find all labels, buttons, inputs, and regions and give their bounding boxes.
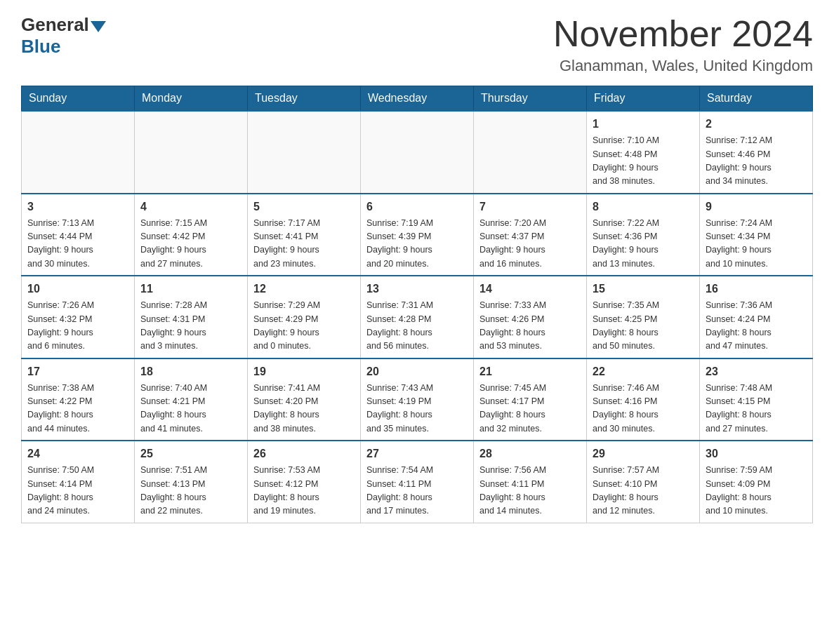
day-info: Sunrise: 7:22 AMSunset: 4:36 PMDaylight:…	[593, 217, 694, 271]
day-info: Sunrise: 7:26 AMSunset: 4:32 PMDaylight:…	[27, 299, 128, 354]
logo-text: General	[21, 14, 106, 36]
day-info: Sunrise: 7:57 AMSunset: 4:10 PMDaylight:…	[593, 464, 694, 518]
day-info: Sunrise: 7:28 AMSunset: 4:31 PMDaylight:…	[140, 299, 241, 354]
calendar-cell: 30Sunrise: 7:59 AMSunset: 4:09 PMDayligh…	[700, 441, 813, 523]
day-info: Sunrise: 7:24 AMSunset: 4:34 PMDaylight:…	[706, 217, 807, 271]
calendar-cell: 15Sunrise: 7:35 AMSunset: 4:25 PMDayligh…	[587, 276, 700, 358]
calendar-cell: 28Sunrise: 7:56 AMSunset: 4:11 PMDayligh…	[474, 441, 587, 523]
calendar-table: SundayMondayTuesdayWednesdayThursdayFrid…	[21, 86, 813, 523]
calendar-header-friday: Friday	[587, 86, 700, 112]
calendar-cell: 14Sunrise: 7:33 AMSunset: 4:26 PMDayligh…	[474, 276, 587, 358]
calendar-header-saturday: Saturday	[700, 86, 813, 112]
calendar-cell: 27Sunrise: 7:54 AMSunset: 4:11 PMDayligh…	[361, 441, 474, 523]
calendar-week-2: 3Sunrise: 7:13 AMSunset: 4:44 PMDaylight…	[22, 194, 813, 276]
calendar-cell	[248, 111, 361, 194]
calendar-cell: 21Sunrise: 7:45 AMSunset: 4:17 PMDayligh…	[474, 358, 587, 441]
calendar-cell: 24Sunrise: 7:50 AMSunset: 4:14 PMDayligh…	[22, 441, 135, 523]
calendar-cell: 12Sunrise: 7:29 AMSunset: 4:29 PMDayligh…	[248, 276, 361, 358]
calendar-cell: 8Sunrise: 7:22 AMSunset: 4:36 PMDaylight…	[587, 194, 700, 276]
calendar-week-3: 10Sunrise: 7:26 AMSunset: 4:32 PMDayligh…	[22, 276, 813, 358]
day-number: 22	[593, 363, 694, 380]
day-info: Sunrise: 7:33 AMSunset: 4:26 PMDaylight:…	[479, 299, 581, 354]
title-section: November 2024 Glanamman, Wales, United K…	[553, 14, 813, 75]
calendar-cell: 25Sunrise: 7:51 AMSunset: 4:13 PMDayligh…	[135, 441, 248, 523]
day-number: 9	[706, 199, 807, 215]
day-info: Sunrise: 7:41 AMSunset: 4:20 PMDaylight:…	[253, 382, 355, 436]
day-info: Sunrise: 7:12 AMSunset: 4:46 PMDaylight:…	[706, 134, 807, 189]
calendar-cell: 16Sunrise: 7:36 AMSunset: 4:24 PMDayligh…	[700, 276, 813, 358]
day-number: 16	[706, 281, 807, 297]
calendar-cell: 7Sunrise: 7:20 AMSunset: 4:37 PMDaylight…	[474, 194, 587, 276]
day-number: 28	[479, 445, 581, 462]
day-number: 10	[27, 281, 128, 297]
day-number: 3	[27, 199, 128, 215]
logo-arrow-icon	[91, 20, 106, 34]
day-number: 14	[479, 281, 581, 297]
day-number: 30	[706, 445, 807, 462]
day-info: Sunrise: 7:46 AMSunset: 4:16 PMDaylight:…	[593, 382, 694, 436]
logo-general-text: General	[21, 14, 89, 36]
day-info: Sunrise: 7:53 AMSunset: 4:12 PMDaylight:…	[253, 464, 355, 518]
calendar-cell: 1Sunrise: 7:10 AMSunset: 4:48 PMDaylight…	[587, 111, 700, 194]
month-title: November 2024	[553, 14, 813, 54]
calendar-header-monday: Monday	[135, 86, 248, 112]
calendar-header-sunday: Sunday	[22, 86, 135, 112]
day-info: Sunrise: 7:10 AMSunset: 4:48 PMDaylight:…	[593, 134, 694, 189]
day-info: Sunrise: 7:29 AMSunset: 4:29 PMDaylight:…	[253, 299, 355, 354]
day-info: Sunrise: 7:15 AMSunset: 4:42 PMDaylight:…	[140, 217, 241, 271]
logo: General Blue	[21, 14, 106, 58]
day-info: Sunrise: 7:19 AMSunset: 4:39 PMDaylight:…	[366, 217, 468, 271]
calendar-cell	[361, 111, 474, 194]
calendar-cell: 18Sunrise: 7:40 AMSunset: 4:21 PMDayligh…	[135, 358, 248, 441]
day-number: 18	[140, 363, 241, 380]
day-number: 26	[253, 445, 355, 462]
calendar-cell: 2Sunrise: 7:12 AMSunset: 4:46 PMDaylight…	[700, 111, 813, 194]
day-info: Sunrise: 7:36 AMSunset: 4:24 PMDaylight:…	[706, 299, 807, 354]
day-number: 21	[479, 363, 581, 380]
day-info: Sunrise: 7:17 AMSunset: 4:41 PMDaylight:…	[253, 217, 355, 271]
day-info: Sunrise: 7:20 AMSunset: 4:37 PMDaylight:…	[479, 217, 581, 271]
calendar-week-4: 17Sunrise: 7:38 AMSunset: 4:22 PMDayligh…	[22, 358, 813, 441]
day-number: 23	[706, 363, 807, 380]
calendar-cell: 4Sunrise: 7:15 AMSunset: 4:42 PMDaylight…	[135, 194, 248, 276]
calendar-cell	[474, 111, 587, 194]
day-number: 25	[140, 445, 241, 462]
day-info: Sunrise: 7:13 AMSunset: 4:44 PMDaylight:…	[27, 217, 128, 271]
day-info: Sunrise: 7:38 AMSunset: 4:22 PMDaylight:…	[27, 382, 128, 436]
calendar-header-thursday: Thursday	[474, 86, 587, 112]
calendar-cell: 5Sunrise: 7:17 AMSunset: 4:41 PMDaylight…	[248, 194, 361, 276]
calendar-cell: 26Sunrise: 7:53 AMSunset: 4:12 PMDayligh…	[248, 441, 361, 523]
day-number: 1	[593, 116, 694, 133]
day-info: Sunrise: 7:56 AMSunset: 4:11 PMDaylight:…	[479, 464, 581, 518]
day-info: Sunrise: 7:51 AMSunset: 4:13 PMDaylight:…	[140, 464, 241, 518]
calendar-cell: 22Sunrise: 7:46 AMSunset: 4:16 PMDayligh…	[587, 358, 700, 441]
calendar-cell	[22, 111, 135, 194]
calendar-cell	[135, 111, 248, 194]
calendar-cell: 20Sunrise: 7:43 AMSunset: 4:19 PMDayligh…	[361, 358, 474, 441]
day-number: 24	[27, 445, 128, 462]
calendar-cell: 11Sunrise: 7:28 AMSunset: 4:31 PMDayligh…	[135, 276, 248, 358]
calendar-cell: 29Sunrise: 7:57 AMSunset: 4:10 PMDayligh…	[587, 441, 700, 523]
calendar-header-tuesday: Tuesday	[248, 86, 361, 112]
calendar-cell: 3Sunrise: 7:13 AMSunset: 4:44 PMDaylight…	[22, 194, 135, 276]
day-number: 19	[253, 363, 355, 380]
logo-blue-text: Blue	[21, 36, 60, 58]
day-number: 4	[140, 199, 241, 215]
day-info: Sunrise: 7:59 AMSunset: 4:09 PMDaylight:…	[706, 464, 807, 518]
day-info: Sunrise: 7:43 AMSunset: 4:19 PMDaylight:…	[366, 382, 468, 436]
calendar-week-5: 24Sunrise: 7:50 AMSunset: 4:14 PMDayligh…	[22, 441, 813, 523]
day-number: 5	[253, 199, 355, 215]
day-info: Sunrise: 7:54 AMSunset: 4:11 PMDaylight:…	[366, 464, 468, 518]
day-info: Sunrise: 7:40 AMSunset: 4:21 PMDaylight:…	[140, 382, 241, 436]
calendar-week-1: 1Sunrise: 7:10 AMSunset: 4:48 PMDaylight…	[22, 111, 813, 194]
day-number: 11	[140, 281, 241, 297]
calendar-cell: 17Sunrise: 7:38 AMSunset: 4:22 PMDayligh…	[22, 358, 135, 441]
day-info: Sunrise: 7:45 AMSunset: 4:17 PMDaylight:…	[479, 382, 581, 436]
day-number: 7	[479, 199, 581, 215]
location-text: Glanamman, Wales, United Kingdom	[553, 57, 813, 75]
calendar-header-row: SundayMondayTuesdayWednesdayThursdayFrid…	[22, 86, 813, 112]
day-number: 15	[593, 281, 694, 297]
calendar-cell: 9Sunrise: 7:24 AMSunset: 4:34 PMDaylight…	[700, 194, 813, 276]
day-info: Sunrise: 7:48 AMSunset: 4:15 PMDaylight:…	[706, 382, 807, 436]
day-number: 13	[366, 281, 468, 297]
